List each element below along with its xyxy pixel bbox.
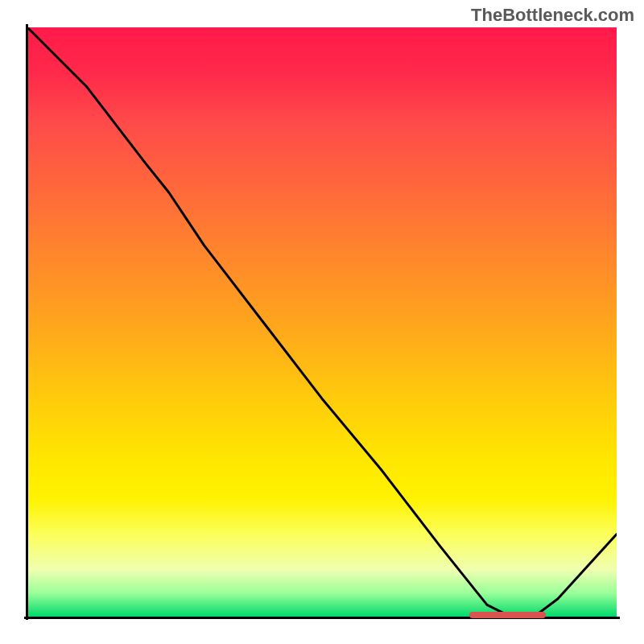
curve-line [27,27,617,617]
highlight-marker [469,612,546,618]
plot-area [27,27,617,617]
watermark-text: TheBottleneck.com [471,5,634,26]
chart-svg [27,27,617,617]
y-axis [26,24,28,620]
